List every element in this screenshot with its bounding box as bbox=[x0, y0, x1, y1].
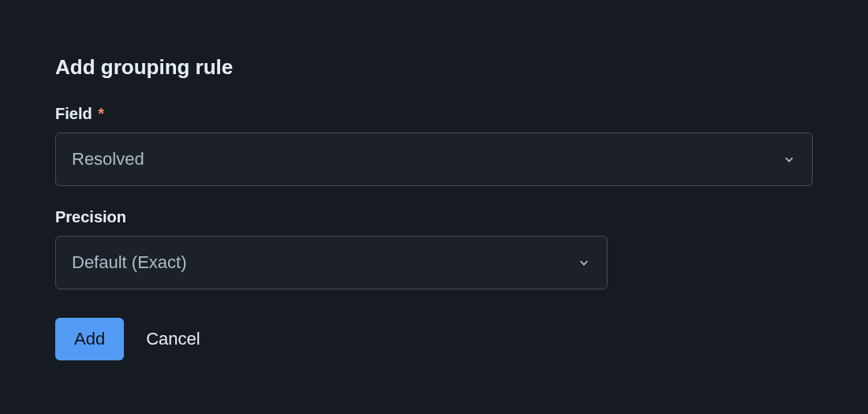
precision-select-value: Default (Exact) bbox=[72, 252, 187, 272]
field-label: Field * bbox=[55, 105, 813, 123]
button-row: Add Cancel bbox=[55, 318, 813, 360]
precision-select[interactable]: Default (Exact) bbox=[55, 236, 608, 289]
field-select-value: Resolved bbox=[72, 149, 144, 169]
field-group: Field * Resolved bbox=[55, 105, 813, 186]
precision-label: Precision bbox=[55, 208, 813, 226]
precision-select-wrapper: Default (Exact) bbox=[55, 236, 608, 289]
field-select-wrapper: Resolved bbox=[55, 132, 813, 186]
precision-group: Precision Default (Exact) bbox=[55, 208, 813, 289]
required-asterisk: * bbox=[98, 105, 104, 122]
field-label-text: Field bbox=[55, 105, 92, 122]
cancel-button[interactable]: Cancel bbox=[146, 329, 200, 349]
field-select[interactable]: Resolved bbox=[55, 132, 813, 186]
add-button[interactable]: Add bbox=[55, 318, 124, 360]
add-grouping-rule-form: Add grouping rule Field * Resolved Preci… bbox=[55, 55, 813, 360]
form-title: Add grouping rule bbox=[55, 55, 813, 80]
